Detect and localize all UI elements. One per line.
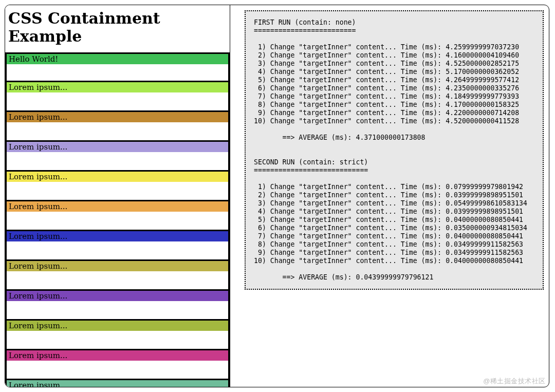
row-header: Lorem ipsum... — [7, 82, 228, 92]
page-title: CSS Containment Example — [5, 5, 230, 52]
list-item: Lorem ipsum... — [5, 172, 230, 201]
list-item: Hello World! — [5, 52, 230, 82]
list-item: Lorem ipsum... — [5, 291, 230, 321]
list-item: Lorem ipsum... — [5, 82, 230, 112]
watermark: @稀土掘金技术社区 — [483, 377, 546, 386]
list-item: Lorem ipsum... — [5, 112, 230, 142]
row-header: Lorem ipsum... — [7, 261, 228, 271]
list-item: Lorem ipsum... — [5, 321, 230, 350]
list-item: Lorem ipsum... — [5, 261, 230, 291]
console-output: FIRST RUN (contain: none) ==============… — [245, 10, 544, 290]
list-item: Lorem ipsum... — [5, 380, 230, 387]
app-frame: CSS Containment Example Hello World!Lore… — [5, 5, 549, 387]
row-header: Hello World! — [7, 54, 228, 64]
row-header: Lorem ipsum... — [7, 112, 228, 122]
row-list: Hello World!Lorem ipsum...Lorem ipsum...… — [5, 52, 230, 387]
row-header: Lorem ipsum... — [7, 291, 228, 301]
row-header: Lorem ipsum... — [7, 231, 228, 241]
row-header: Lorem ipsum... — [7, 142, 228, 152]
row-header: Lorem ipsum... — [7, 380, 228, 387]
list-item: Lorem ipsum... — [5, 231, 230, 261]
row-header: Lorem ipsum... — [7, 172, 228, 182]
list-item: Lorem ipsum... — [5, 142, 230, 172]
row-header: Lorem ipsum... — [7, 321, 228, 331]
list-item: Lorem ipsum... — [5, 201, 230, 231]
list-item: Lorem ipsum... — [5, 350, 230, 380]
row-header: Lorem ipsum... — [7, 201, 228, 212]
row-header: Lorem ipsum... — [7, 350, 228, 361]
console-panel: FIRST RUN (contain: none) ==============… — [230, 5, 549, 387]
example-panel: CSS Containment Example Hello World!Lore… — [5, 5, 230, 387]
